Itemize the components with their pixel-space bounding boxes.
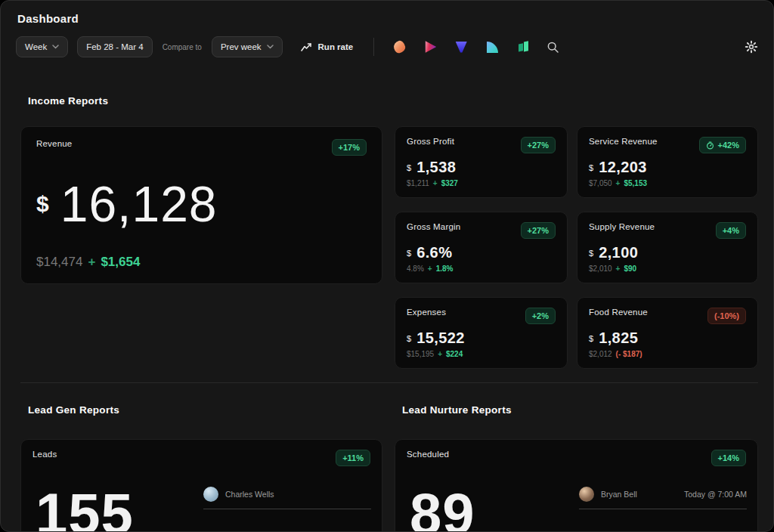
avatar [579,487,594,502]
income-reports-title: Income Reports [28,95,773,107]
person-name: Bryan Bell [601,490,637,499]
logo-sail-teal-icon[interactable] [485,40,499,54]
person-row[interactable]: Charles Wells [203,487,371,502]
gear-icon [745,40,758,54]
service-revenue-card[interactable]: Service Revenue +42% $12,203 $7,050+$5,1… [577,126,758,198]
compare-select[interactable]: Prev week [212,36,283,57]
kpi-grid: Gross Profit+27% $1,538 $1,211+$327 Serv… [395,126,758,369]
previous-value: $2,012 [589,350,612,358]
revenue-value: $ 16,128 [36,175,367,233]
trend-badge: +27% [521,137,556,153]
toolbar: Week Feb 28 - Mar 4 Compare to Prev week… [16,36,758,57]
revenue-amount: 16,128 [60,175,218,233]
avatar [203,487,218,502]
kpi-comparison: $7,050+$5,153 [589,179,746,187]
gross-margin-card[interactable]: Gross Margin+27% $6.6% 4.8%+1.8% [395,212,568,283]
delta-value: $224 [446,350,463,358]
currency-symbol: $ [589,334,593,343]
scheduled-count: 89 [410,485,475,532]
person-list: Charles Wells [203,487,371,509]
delta-value: $90 [624,264,636,273]
currency-symbol: $ [589,249,593,258]
delta-sign: + [616,179,621,187]
kpi-amount: 2,100 [599,244,638,261]
lead-nurture-title: Lead Nurture Reports [402,404,758,416]
date-range-label: Feb 28 - Mar 4 [86,42,143,51]
compare-to-label: Compare to [163,43,202,51]
logo-bars-green-icon[interactable] [516,40,530,54]
trend-badge: +2% [525,308,556,324]
dashboard-window: Dashboard Week Feb 28 - Mar 4 Compare to… [0,0,774,532]
card-top: Revenue +17% [36,139,367,156]
currency-symbol: $ [36,191,49,217]
trend-badge: +42% [699,137,746,153]
period-select[interactable]: Week [16,36,68,57]
scheduled-card[interactable]: Scheduled+14% 89 Bryan Bell Today @ 7:00… [395,439,758,532]
toolbar-divider [373,38,374,56]
app-shortcuts [392,40,530,54]
kpi-amount: 15,522 [416,329,465,347]
previous-value: 4.8% [407,264,424,273]
currency-symbol: $ [407,249,411,258]
card-label: Scheduled [407,450,449,459]
kpi-amount: 12,203 [599,159,647,176]
revenue-comparison: $14,474 + $1,654 [36,255,367,270]
kpi-comparison: $2,010+$90 [589,264,746,273]
delta-value: 1.8% [436,264,454,273]
page-title: Dashboard [1,1,773,25]
card-label: Food Revenue [589,308,648,317]
period-select-value: Week [25,42,47,51]
person-name: Charles Wells [225,490,274,499]
currency-symbol: $ [589,163,593,172]
delta-value: $327 [441,179,458,187]
kpi-value: $2,100 [589,244,746,261]
card-label: Service Revenue [589,137,658,146]
gauge-icon [706,141,714,150]
trend-badge: +27% [521,222,556,239]
settings-button[interactable] [745,40,758,54]
card-label: Gross Profit [407,137,454,146]
row-divider [579,509,747,509]
kpi-comparison: $1,211+$327 [407,179,556,187]
leads-card[interactable]: Leads+11% 155 Charles Wells [20,439,382,532]
logo-blob-orange-icon[interactable] [392,40,406,54]
delta-value: $1,654 [101,255,140,270]
kpi-value: $15,522 [407,329,556,347]
gross-profit-card[interactable]: Gross Profit+27% $1,538 $1,211+$327 [395,126,568,198]
logo-play-gradient-icon[interactable] [423,40,437,54]
delta-sign: + [433,179,438,187]
date-range-button[interactable]: Feb 28 - Mar 4 [77,36,152,57]
previous-value: $15,195 [407,350,434,358]
search-button[interactable] [546,41,559,54]
kpi-amount: 1,825 [599,329,638,347]
delta-value: (- $187) [616,350,642,358]
expenses-card[interactable]: Expenses+2% $15,522 $15,195+$224 [395,297,568,369]
currency-symbol: $ [407,334,411,343]
logo-funnel-blue-icon[interactable] [454,40,468,54]
kpi-amount: 1,538 [416,159,456,176]
previous-value: $14,474 [36,255,82,270]
previous-value: $2,010 [589,264,612,273]
row-divider [203,509,371,509]
trend-badge: (-10%) [707,308,746,324]
supply-revenue-card[interactable]: Supply Revenue+4% $2,100 $2,010+$90 [577,212,758,283]
card-label: Expenses [407,308,446,317]
trend-badge: +14% [711,450,746,466]
card-label: Supply Revenue [589,222,655,231]
kpi-value: $6.6% [407,244,556,261]
revenue-card[interactable]: Revenue +17% $ 16,128 $14,474 + $1,654 [20,126,382,284]
person-row[interactable]: Bryan Bell Today @ 7:00 AM [579,487,747,502]
person-list: Bryan Bell Today @ 7:00 AM [579,487,747,509]
trend-badge: +4% [716,222,746,239]
run-rate-label: Run rate [318,42,354,51]
delta-sign: + [438,350,442,358]
food-revenue-card[interactable]: Food Revenue(-10%) $1,825 $2,012(- $187) [577,297,758,369]
card-label: Leads [33,450,57,459]
leads-count: 155 [36,485,134,532]
run-rate-toggle[interactable]: Run rate [301,42,354,52]
kpi-value: $12,203 [589,159,746,176]
badge-value: +42% [718,141,739,150]
lead-nurture-section: Lead Nurture Reports Scheduled+14% 89 Br… [395,383,758,532]
kpi-value: $1,825 [589,329,746,347]
delta-sign: + [88,255,95,270]
